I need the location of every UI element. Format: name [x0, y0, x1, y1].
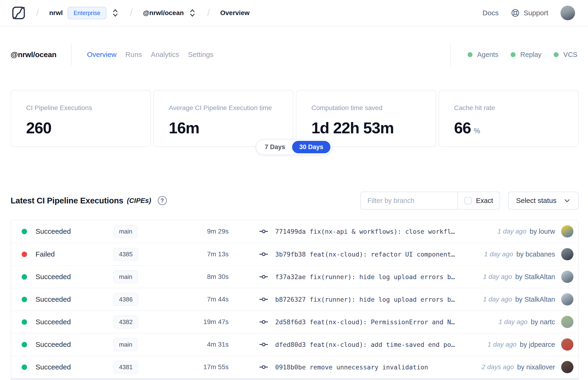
toggle-7-days[interactable]: 7 Days: [258, 141, 292, 153]
table-row[interactable]: Succeeded 4386 7m 44s b8726327 fix(runne…: [11, 288, 578, 310]
docs-link[interactable]: Docs: [483, 9, 499, 17]
table-row[interactable]: Succeeded 4381 17m 55s 0918b0be remove u…: [11, 356, 578, 378]
stat-suffix: %: [474, 127, 480, 135]
status-cell: Succeeded: [22, 273, 113, 281]
status-dot-icon: [22, 364, 27, 370]
status-dot-icon: [22, 319, 27, 325]
lifebuoy-icon: [511, 8, 520, 18]
exact-checkbox[interactable]: [465, 197, 472, 204]
branch-chip: main: [113, 270, 138, 283]
status-label: Succeeded: [36, 228, 71, 235]
support-link[interactable]: Support: [511, 8, 548, 18]
avatar: [561, 338, 573, 351]
status-cell: Succeeded: [22, 363, 113, 371]
branch-cell: 4385: [113, 248, 193, 261]
commit-cell: f37a32ae fix(runner): hide log upload er…: [259, 272, 476, 282]
exact-label: Exact: [476, 197, 493, 205]
tab-overview[interactable]: Overview: [87, 51, 116, 58]
status-label: Succeeded: [36, 318, 71, 326]
duration: 19m 47s: [193, 318, 229, 326]
section-title: Latest CI Pipeline Executions: [11, 196, 123, 205]
commit-cell: b8726327 fix(runner): hide log upload er…: [259, 294, 476, 304]
commit-cell: 2d58f6d3 feat(nx-cloud): PermissionError…: [259, 317, 492, 327]
duration: 17m 55s: [193, 363, 229, 371]
breadcrumb-slash: /: [36, 7, 39, 18]
cipe-filter-controls: Exact Select status: [360, 192, 579, 209]
status-cell: Succeeded: [22, 318, 113, 326]
feature-label: VCS: [563, 51, 577, 58]
org-switcher-chevron-icon[interactable]: [112, 8, 120, 18]
breadcrumb-org[interactable]: nrwl: [49, 9, 63, 17]
toggle-30-days[interactable]: 30 Days: [292, 141, 330, 153]
duration: 4m 31s: [193, 341, 229, 348]
table-row[interactable]: Succeeded main 9m 29s 771499da fix(nx-ap…: [11, 220, 578, 243]
stat-card-cache-hit-rate: Cache hit rate 66%: [439, 90, 579, 147]
author: by nartc: [531, 318, 555, 326]
feature-agents: Agents: [468, 51, 498, 58]
feature-replay: Replay: [511, 51, 541, 58]
status-cell: Succeeded: [22, 341, 113, 348]
commit-message: dfed80d3 feat(nx-cloud): add time-saved …: [275, 341, 455, 348]
status-dot-icon: [468, 52, 473, 57]
avatar: [561, 316, 573, 328]
breadcrumb-slash: /: [130, 7, 133, 18]
git-commit-icon: [259, 362, 269, 372]
branch-chip: main: [113, 338, 138, 351]
author: by lourw: [530, 228, 555, 235]
branch-filter-input[interactable]: [361, 192, 457, 209]
next-row-cutoff: [11, 378, 578, 380]
meta-cell: 1 day ago by StalkAltan: [476, 273, 555, 281]
table-row[interactable]: Failed 4385 7m 13s 3b79fb38 feat(nx-clou…: [11, 243, 578, 265]
tab-analytics[interactable]: Analytics: [151, 51, 179, 58]
status-dot-icon: [22, 274, 27, 280]
commit-message: b8726327 fix(runner): hide log upload er…: [275, 296, 455, 303]
duration: 7m 13s: [193, 250, 229, 258]
stat-label: CI Pipeline Executions: [26, 104, 135, 112]
cipe-section-header: Latest CI Pipeline Executions (CIPEs) ? …: [11, 192, 579, 209]
commit-cell: 771499da fix(nx-api & workflows): close …: [259, 227, 490, 236]
status-dot-icon: [554, 52, 559, 57]
status-label: Succeeded: [36, 273, 71, 281]
status-label: Succeeded: [36, 341, 71, 348]
stat-value: 260: [26, 119, 51, 137]
author: by nixallover: [517, 363, 555, 371]
select-status-dropdown[interactable]: Select status: [508, 192, 579, 209]
status-label: Failed: [36, 250, 55, 258]
avatar: [561, 361, 573, 373]
help-icon[interactable]: ?: [158, 196, 167, 205]
status-cell: Succeeded: [22, 295, 113, 303]
workspace-switcher-chevron-icon[interactable]: [189, 8, 197, 18]
avatar: [561, 293, 573, 305]
commit-cell: 3b79fb38 feat(nx-cloud): refactor UI com…: [259, 249, 477, 259]
commit-cell: 0918b0be remove unnecessary invalidation: [259, 362, 475, 372]
date-range-toggle: 7 Days 30 Days: [256, 139, 332, 155]
tab-runs[interactable]: Runs: [125, 51, 142, 58]
workspace-title: @nrwl/ocean: [11, 50, 57, 59]
git-commit-icon: [259, 249, 269, 259]
stat-card-ci-pipeline-executions: CI Pipeline Executions 260: [11, 90, 151, 147]
commit-message: f37a32ae fix(runner): hide log upload er…: [275, 273, 455, 281]
author: by jdpearce: [520, 341, 555, 348]
stat-value: 66: [454, 119, 471, 137]
stat-label: Average CI Pipeline Execution time: [169, 104, 278, 112]
breadcrumb-workspace[interactable]: @nrwl/ocean: [143, 9, 184, 17]
user-avatar[interactable]: [560, 6, 575, 20]
time-ago: 1 day ago: [488, 341, 516, 348]
nx-cloud-logo-icon[interactable]: [11, 6, 26, 20]
stat-card-average-execution-time: Average CI Pipeline Execution time 16m: [153, 90, 294, 147]
stat-value: 16m: [169, 119, 199, 137]
feature-label: Replay: [520, 51, 541, 58]
table-row[interactable]: Succeeded main 8m 30s f37a32ae fix(runne…: [11, 265, 578, 288]
tab-settings[interactable]: Settings: [188, 51, 213, 58]
top-navigation-bar: / nrwl Enterprise / @nrwl/ocean / Overvi…: [0, 0, 588, 26]
chevron-down-icon: [564, 197, 570, 204]
exact-filter: Exact: [457, 192, 500, 209]
workspace-tabs: Overview Runs Analytics Settings: [87, 51, 214, 58]
table-row[interactable]: Succeeded main 4m 31s dfed80d3 feat(nx-c…: [11, 333, 578, 356]
time-ago: 1 day ago: [483, 296, 512, 303]
status-dot-icon: [22, 297, 27, 302]
cipe-table-body: Succeeded main 9m 29s 771499da fix(nx-ap…: [11, 220, 578, 378]
table-row[interactable]: Succeeded 4382 19m 47s 2d58f6d3 feat(nx-…: [11, 310, 578, 333]
git-commit-icon: [259, 294, 269, 304]
author: by StalkAltan: [515, 296, 555, 303]
